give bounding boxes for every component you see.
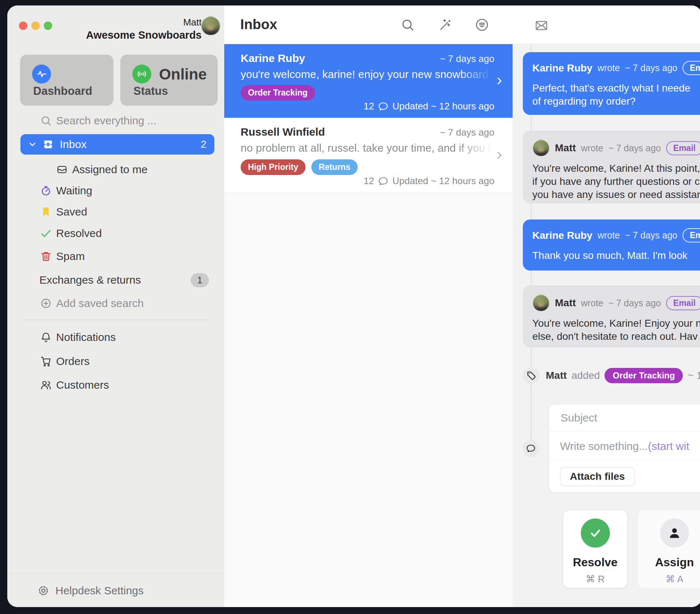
channel-badge: Email (682, 228, 700, 242)
search-icon (36, 115, 56, 127)
account-info: Matt Awesome Snowboards (86, 16, 202, 42)
search-icon[interactable] (400, 18, 415, 32)
broadcast-icon (136, 68, 148, 80)
filter-icon[interactable] (475, 18, 489, 32)
sidebar-item-customers[interactable]: Customers (7, 376, 224, 394)
conversation-updated: Updated ~ 12 hours ago (392, 175, 494, 187)
message-author: Karine Ruby (532, 230, 592, 241)
conversation-preview: you're welcome, karine! enjoy your new s… (241, 68, 494, 80)
sidebar-item-resolved[interactable]: Resolved (7, 225, 224, 242)
chevron-right-icon (494, 75, 505, 87)
thread-header (513, 5, 700, 44)
status-card[interactable]: Online Status (120, 55, 218, 106)
tag-event-row: Matt added Order Tracking ~ 12 (546, 367, 700, 384)
settings-label: Helpdesk Settings (55, 584, 144, 597)
channel-badge: Email (682, 61, 700, 75)
tray-icon (52, 164, 72, 175)
comment-count: 12 (363, 101, 374, 112)
message-verb: wrote (598, 63, 620, 73)
message-verb: wrote (598, 230, 620, 241)
message-karine-2: Karine Ruby wrote ~ 7 days ago Email Tha… (523, 219, 700, 271)
sidebar-item-label: Saved (56, 206, 87, 218)
comment-bubble-icon (526, 443, 536, 454)
avatar[interactable] (201, 16, 221, 36)
resolve-shortcut: ⌘ R (563, 574, 627, 585)
envelope-icon (534, 19, 548, 32)
thread-panel: Karine Ruby wrote ~ 7 days ago Email Per… (513, 5, 700, 607)
message-body-input[interactable]: Write something... (start wit (549, 432, 700, 460)
tag-order-tracking: Order Tracking (604, 368, 683, 383)
avatar (532, 294, 550, 312)
window-close-button[interactable] (19, 22, 27, 30)
account-org-name: Awesome Snowboards (86, 28, 202, 42)
message-line: you have any issues or need assistan (532, 188, 700, 201)
message-author: Karine Ruby (532, 62, 592, 74)
sidebar-item-orders[interactable]: Orders (7, 353, 224, 370)
sidebar-divider (20, 320, 211, 320)
conversation-time: ~ 7 days ago (440, 53, 494, 65)
message-time: ~ 7 days ago (608, 143, 661, 154)
conversation-name: Karine Ruby (241, 52, 305, 65)
helpdesk-window: Matt Awesome Snowboards Dashboard (7, 5, 700, 607)
sidebar-item-exchanges-returns[interactable]: Exchanges & returns 1 (7, 271, 224, 289)
sidebar-item-inbox[interactable]: Inbox 2 (20, 134, 214, 155)
sidebar-item-label: Spam (56, 250, 85, 263)
sidebar-item-saved[interactable]: Saved (7, 203, 224, 221)
search-everything[interactable]: Search everything ... (7, 112, 224, 129)
bookmark-icon (36, 206, 56, 218)
sidebar: Matt Awesome Snowboards Dashboard (7, 5, 225, 607)
inbox-icon (42, 139, 54, 150)
assign-shortcut: ⌘ A (638, 574, 700, 585)
chevron-down-icon (28, 140, 37, 149)
sidebar-item-spam[interactable]: Spam (7, 248, 224, 265)
tag-order-tracking: Order Tracking (241, 85, 315, 101)
inbox-count-badge: 2 (201, 139, 206, 150)
message-line: You're welcome, Karine! At this point, (532, 162, 700, 175)
conversation-row-karine-ruby[interactable]: Karine Ruby ~ 7 days ago you're welcome,… (224, 44, 513, 118)
event-author: Matt (546, 370, 567, 381)
sidebar-item-label: Add saved search (56, 297, 144, 310)
trash-icon (36, 250, 56, 262)
sidebar-item-notifications[interactable]: Notifications (7, 329, 224, 346)
sidebar-item-label: Orders (56, 355, 90, 368)
gear-icon (37, 584, 50, 597)
sidebar-item-label: Notifications (56, 331, 116, 343)
message-line: of regarding my order? (532, 95, 700, 108)
add-saved-search[interactable]: Add saved search (7, 295, 224, 312)
sidebar-item-waiting[interactable]: Waiting (7, 182, 224, 199)
sidebar-item-label: Customers (56, 379, 109, 391)
dashboard-card[interactable]: Dashboard (20, 55, 113, 106)
resolve-label: Resolve (563, 556, 627, 569)
chevron-right-icon (494, 149, 505, 161)
tag-event-circle (523, 367, 540, 384)
helpdesk-settings[interactable]: Helpdesk Settings (7, 573, 224, 607)
message-author: Matt (555, 142, 576, 154)
message-line: else, don't hesitate to reach out. Hav (532, 330, 700, 343)
account-user-name: Matt (86, 16, 202, 28)
subject-input[interactable] (560, 411, 700, 424)
message-matt-2: Matt wrote ~ 7 days ago Email You're wel… (523, 285, 700, 347)
write-placeholder-hint: (start wit (648, 440, 689, 452)
resolve-button[interactable]: Resolve ⌘ R (563, 510, 627, 588)
assign-button[interactable]: Assign ⌘ A (638, 510, 700, 588)
channel-badge: Email (666, 296, 700, 310)
sidebar-item-assigned-to-me[interactable]: Assigned to me (7, 161, 224, 178)
window-minimize-button[interactable] (31, 22, 40, 30)
status-value: Online (159, 66, 207, 83)
magic-wand-icon[interactable] (438, 18, 452, 32)
plus-circle-icon (36, 298, 56, 309)
message-time: ~ 7 days ago (608, 298, 661, 308)
attach-files-button[interactable]: Attach files (560, 467, 635, 486)
window-zoom-button[interactable] (44, 22, 52, 30)
sidebar-item-label: Exchanges & returns (39, 274, 141, 286)
check-icon (36, 227, 56, 240)
write-placeholder: Write something... (560, 440, 648, 452)
exchanges-count-badge: 1 (191, 273, 209, 287)
sidebar-item-label: Assigned to me (72, 163, 148, 176)
conversation-row-russell-winfield[interactable]: Russell Winfield ~ 7 days ago no problem… (224, 118, 513, 193)
message-line: You're welcome, Karine! Enjoy your n (532, 317, 700, 330)
tag-icon (526, 370, 536, 381)
channel-badge: Email (666, 141, 700, 155)
tag-returns: Returns (311, 159, 358, 175)
comment-count: 12 (363, 175, 374, 187)
